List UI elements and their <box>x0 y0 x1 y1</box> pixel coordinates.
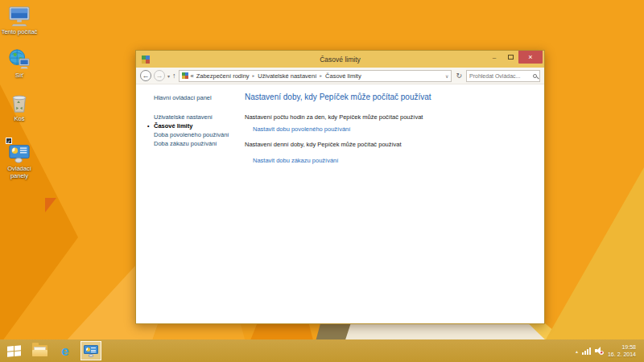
back-button[interactable]: ← <box>140 70 151 81</box>
forward-button[interactable]: → <box>154 70 165 81</box>
history-dropdown-icon[interactable]: ▾ <box>167 73 170 79</box>
up-button[interactable]: ↑ <box>172 72 176 80</box>
system-tray: ▴ 19:58 16. 2. 2014 <box>576 343 641 358</box>
taskbar: e ▴ 19:58 16. 2. 2014 <box>0 339 644 362</box>
breadcrumb-item[interactable]: Uživatelské nastavení <box>258 72 316 80</box>
sidebar-item-user-settings[interactable]: Uživatelské nastavení <box>154 113 244 121</box>
desktop-icon-control-panel[interactable]: ✓ Ovládací panely <box>0 142 39 179</box>
control-panel-icon <box>84 345 98 357</box>
address-location-icon <box>182 72 188 79</box>
sidebar-item-label: Časové limity <box>154 122 192 130</box>
sidebar-item-curfew[interactable]: Doba zákazu používání <box>154 139 244 148</box>
breadcrumb-item[interactable]: Časové limity <box>325 72 361 80</box>
selected-checkmark-icon: ✓ <box>6 138 12 144</box>
tray-date: 16. 2. 2014 <box>608 351 636 358</box>
desktop-icon-label: Ovládací panely <box>0 165 39 179</box>
tray-expand-icon[interactable]: ▴ <box>576 348 578 354</box>
this-pc-icon <box>7 5 31 27</box>
taskbar-internet-explorer-button[interactable]: e <box>55 341 76 360</box>
tray-clock[interactable]: 19:58 16. 2. 2014 <box>608 343 636 358</box>
close-button[interactable]: × <box>518 51 543 64</box>
search-box[interactable] <box>466 70 540 82</box>
section-description: Nastavení denní doby, kdy Pepíček může p… <box>245 141 402 148</box>
breadcrumb-separator-icon[interactable]: ▸ <box>319 73 323 78</box>
windows-logo-icon <box>7 345 21 356</box>
set-allowed-time-link[interactable]: Nastavit dobu povoleného používání <box>253 125 350 133</box>
network-signal-icon[interactable] <box>582 348 591 355</box>
breadcrumb-collapse[interactable]: « <box>191 72 194 80</box>
network-icon <box>7 48 31 71</box>
breadcrumb-separator-icon[interactable]: ▸ <box>252 73 256 78</box>
refresh-button[interactable]: ↻ <box>454 72 464 80</box>
current-item-bullet-icon: • <box>147 121 149 130</box>
section-description: Nastavení počtu hodin za den, kdy Pepíče… <box>245 113 423 121</box>
desktop-icon-label: Tento počítač <box>0 28 39 35</box>
maximize-button[interactable] <box>502 51 518 64</box>
desktop-icon-label: Koš <box>0 115 39 122</box>
sidebar-item-allowed-time[interactable]: Doba povoleného používání <box>154 130 244 139</box>
control-panel-window: Časové limity – × ← → ▾ ↑ « Zabezpečení … <box>135 50 545 324</box>
address-bar[interactable]: « Zabezpečení rodiny ▸ Uživatelské nasta… <box>179 70 452 82</box>
desktop-icon-label: Síť <box>0 72 39 79</box>
volume-muted-icon[interactable] <box>595 347 604 355</box>
window-title: Časové limity <box>136 56 544 64</box>
search-input[interactable] <box>469 73 533 79</box>
desktop-icon-recycle-bin[interactable]: Koš <box>0 92 39 122</box>
taskbar-control-panel-button[interactable] <box>80 341 101 360</box>
tray-time: 19:58 <box>608 343 636 351</box>
search-icon[interactable] <box>533 74 537 78</box>
control-panel-icon: ✓ <box>7 142 31 164</box>
start-button[interactable] <box>3 341 24 360</box>
desktop-icon-this-pc[interactable]: Tento počítač <box>0 5 39 35</box>
address-dropdown-icon[interactable]: ∨ <box>445 73 448 79</box>
minimize-button[interactable]: – <box>486 51 502 64</box>
recycle-bin-icon <box>7 92 31 114</box>
breadcrumb-item[interactable]: Zabezpečení rodiny <box>196 72 250 80</box>
set-curfew-link[interactable]: Nastavit dobu zákazu používání <box>253 157 338 164</box>
window-content: Hlavní ovládací panel Uživatelské nastav… <box>136 84 544 323</box>
sidebar-nav: Hlavní ovládací panel Uživatelské nastav… <box>154 93 244 148</box>
sidebar-item-main-control-panel[interactable]: Hlavní ovládací panel <box>154 93 244 102</box>
navigation-toolbar: ← → ▾ ↑ « Zabezpečení rodiny ▸ Uživatels… <box>136 68 544 84</box>
file-explorer-icon <box>32 345 47 356</box>
sidebar-item-time-limits[interactable]: •Časové limity <box>154 121 244 130</box>
internet-explorer-icon: e <box>61 344 68 358</box>
desktop-icon-network[interactable]: Síť <box>0 48 39 79</box>
window-titlebar[interactable]: Časové limity – × <box>136 51 544 68</box>
taskbar-file-explorer-button[interactable] <box>29 341 50 360</box>
page-title: Nastavení doby, kdy Pepíček může počítač… <box>245 93 431 101</box>
maximize-icon <box>508 55 514 60</box>
